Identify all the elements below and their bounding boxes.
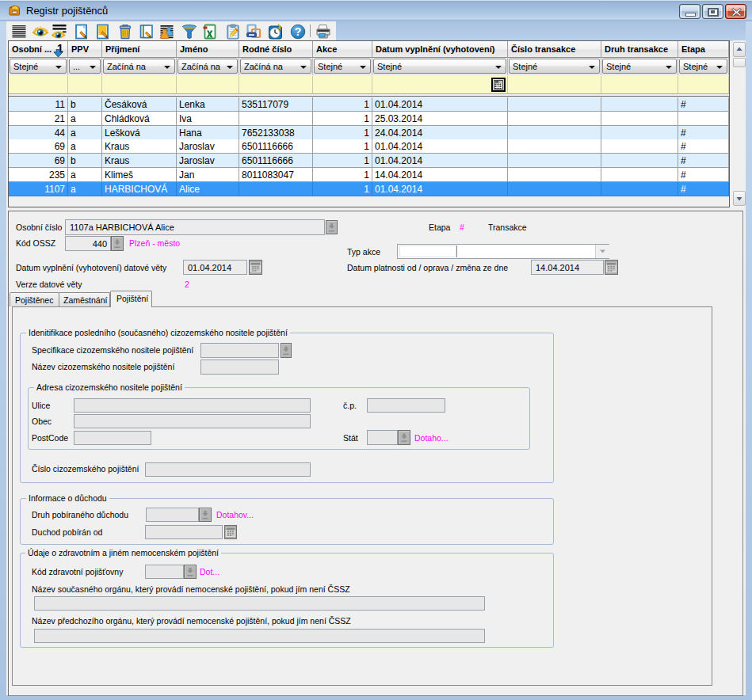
svg-text:?: ?	[295, 25, 302, 38]
